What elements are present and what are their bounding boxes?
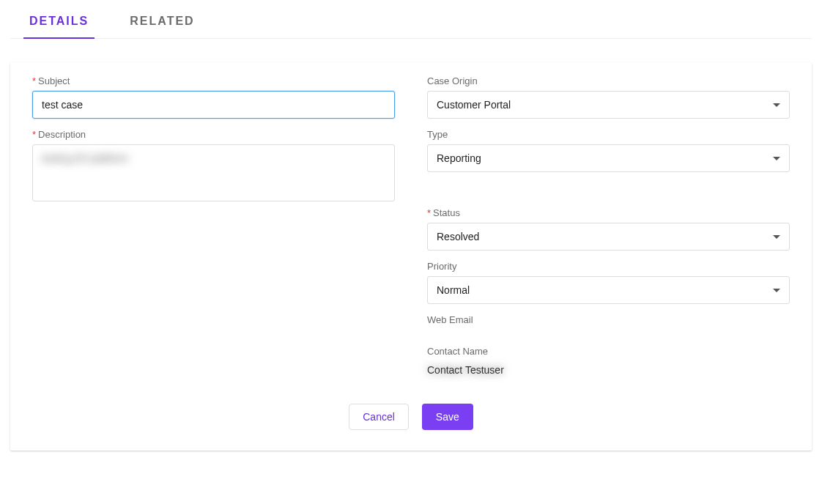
contact-name-value: Contact Testuser: [427, 361, 790, 379]
description-label: * Description: [32, 129, 395, 140]
field-subject: * Subject: [32, 75, 395, 119]
type-label: Type: [427, 129, 790, 140]
button-row: Cancel Save: [32, 404, 790, 430]
tab-details[interactable]: DETAILS: [23, 7, 95, 38]
field-contact-name: Contact Name Contact Testuser: [427, 346, 790, 379]
case-origin-select[interactable]: Customer Portal: [427, 91, 790, 119]
field-case-origin: Case Origin Customer Portal: [427, 75, 790, 119]
status-value: Resolved: [437, 231, 479, 242]
field-status: * Status Resolved: [427, 207, 790, 251]
contact-name-label: Contact Name: [427, 346, 790, 357]
status-select[interactable]: Resolved: [427, 223, 790, 251]
right-column: Case Origin Customer Portal Type Reporti…: [427, 75, 790, 389]
subject-input[interactable]: [32, 91, 395, 119]
subject-label: * Subject: [32, 75, 395, 86]
priority-select[interactable]: Normal: [427, 276, 790, 304]
type-select[interactable]: Reporting: [427, 144, 790, 172]
case-origin-value: Customer Portal: [437, 99, 511, 111]
field-web-email: Web Email: [427, 314, 790, 336]
field-description: * Description testing ES platform: [32, 129, 395, 201]
tab-related[interactable]: RELATED: [124, 7, 200, 38]
spacer: [427, 182, 790, 207]
web-email-value: [427, 330, 790, 336]
tabs-bar: DETAILS RELATED: [10, 7, 812, 39]
field-priority: Priority Normal: [427, 261, 790, 304]
save-button[interactable]: Save: [422, 404, 473, 430]
required-icon: *: [427, 207, 431, 218]
required-icon: *: [32, 75, 36, 86]
field-type: Type Reporting: [427, 129, 790, 172]
chevron-down-icon: [773, 103, 780, 107]
details-panel: * Subject * Description testing ES platf…: [10, 62, 812, 451]
type-value: Reporting: [437, 152, 481, 164]
cancel-button[interactable]: Cancel: [349, 404, 409, 430]
left-column: * Subject * Description testing ES platf…: [32, 75, 395, 389]
priority-value: Normal: [437, 284, 470, 296]
priority-label: Priority: [427, 261, 790, 272]
web-email-label: Web Email: [427, 314, 790, 325]
status-label: * Status: [427, 207, 790, 218]
required-icon: *: [32, 129, 36, 140]
chevron-down-icon: [773, 235, 780, 239]
description-input[interactable]: testing ES platform: [32, 144, 395, 201]
case-origin-label: Case Origin: [427, 75, 790, 86]
description-value: testing ES platform: [42, 152, 128, 164]
chevron-down-icon: [773, 157, 780, 160]
chevron-down-icon: [773, 289, 780, 292]
